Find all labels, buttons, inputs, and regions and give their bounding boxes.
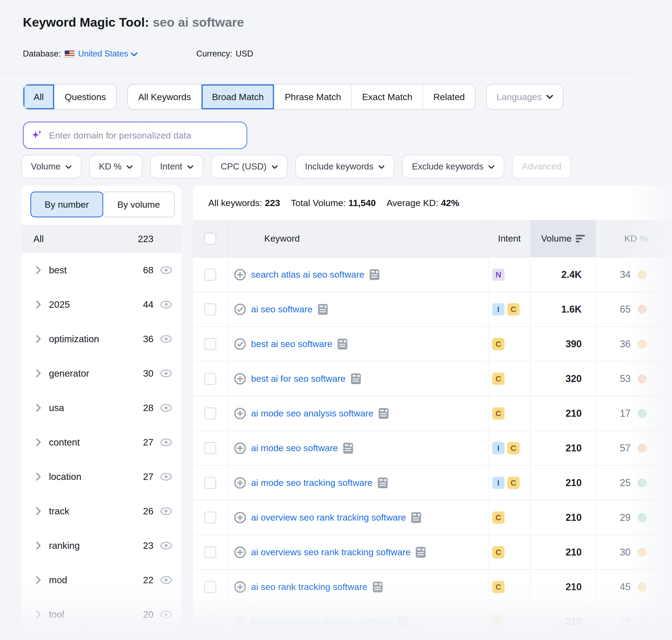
filter-intent[interactable]: Intent <box>150 155 203 178</box>
keyword-added-indicator[interactable] <box>234 338 246 350</box>
eye-icon[interactable] <box>160 438 172 447</box>
keyword-link[interactable]: best ai seo software <box>251 339 332 349</box>
page-title: Keyword Magic Tool:seo ai software <box>23 15 244 30</box>
serp-preview-icon[interactable] <box>415 546 426 558</box>
keyword-link[interactable]: best ai for seo software <box>251 374 346 384</box>
sidebar-item-best[interactable]: best 68 <box>21 253 181 287</box>
serp-preview-icon[interactable] <box>369 268 380 281</box>
serp-preview-icon[interactable] <box>398 615 409 628</box>
eye-icon[interactable] <box>160 265 172 275</box>
filter-volume[interactable]: Volume <box>21 155 81 178</box>
serp-preview-icon[interactable] <box>377 477 388 489</box>
row-checkbox[interactable] <box>204 338 216 350</box>
sidebar-item-content[interactable]: content 27 <box>21 425 181 460</box>
column-header-kd[interactable]: KD % <box>596 220 672 257</box>
eye-icon[interactable] <box>160 472 172 481</box>
volume-value: 210 <box>531 570 596 604</box>
sidebar-items: best 68 2025 44 optimization 36 generato… <box>21 253 181 632</box>
sidebar-item-mod[interactable]: mod 22 <box>21 563 181 597</box>
serp-preview-icon[interactable] <box>378 407 389 420</box>
column-header-keyword[interactable]: Keyword <box>228 220 489 257</box>
serp-preview-icon[interactable] <box>317 303 328 316</box>
group-sort-toggle: By numberBy volume <box>30 191 175 217</box>
add-keyword-button[interactable] <box>234 442 246 454</box>
add-keyword-button[interactable] <box>234 511 246 524</box>
sidebar-item-all[interactable]: All 223 <box>21 225 181 253</box>
row-checkbox[interactable] <box>204 373 216 385</box>
row-checkbox[interactable] <box>204 477 216 489</box>
keyword-link[interactable]: ai overviews seo rank tracking software <box>251 547 410 557</box>
tab-related[interactable]: Related <box>423 85 475 109</box>
serp-preview-icon[interactable] <box>372 581 383 593</box>
filter-exclude-keywords[interactable]: Exclude keywords <box>402 155 504 178</box>
add-keyword-button[interactable] <box>234 615 246 628</box>
eye-icon[interactable] <box>160 300 172 309</box>
row-checkbox[interactable] <box>204 269 216 280</box>
tab-all[interactable]: All <box>24 85 55 109</box>
sidebar-item-ranking[interactable]: ranking 23 <box>21 528 181 563</box>
add-keyword-button[interactable] <box>234 407 246 420</box>
sidebar-item-location[interactable]: location 27 <box>21 460 181 494</box>
add-keyword-button[interactable] <box>234 546 246 558</box>
filter-include-keywords[interactable]: Include keywords <box>295 155 394 178</box>
sidebar-item-track[interactable]: track 26 <box>21 494 181 528</box>
filter-cpc-usd-[interactable]: CPC (USD) <box>211 155 288 178</box>
filter-kd-[interactable]: KD % <box>89 155 143 178</box>
sidebar-item-generator[interactable]: generator 30 <box>21 356 181 391</box>
row-checkbox[interactable] <box>204 408 216 419</box>
row-checkbox[interactable] <box>204 581 216 593</box>
column-header-intent[interactable]: Intent <box>489 220 531 257</box>
keyword-added-indicator[interactable] <box>234 303 246 316</box>
tab-all-keywords[interactable]: All Keywords <box>128 85 202 109</box>
serp-preview-icon[interactable] <box>350 373 361 385</box>
eye-icon[interactable] <box>160 610 172 619</box>
keyword-link[interactable]: best ai mode seo analysis software <box>251 616 393 627</box>
eye-icon[interactable] <box>160 369 172 378</box>
languages-dropdown[interactable]: Languages <box>486 84 563 110</box>
add-keyword-button[interactable] <box>234 581 246 593</box>
select-all-checkbox[interactable] <box>204 233 216 245</box>
kd-dot <box>638 270 647 279</box>
tab-broad-match[interactable]: Broad Match <box>201 85 274 109</box>
sidebar-item-optimization[interactable]: optimization 36 <box>21 322 181 356</box>
row-checkbox[interactable] <box>204 304 216 315</box>
tab-phrase-match[interactable]: Phrase Match <box>274 85 352 109</box>
keyword-link[interactable]: ai seo software <box>251 304 313 315</box>
add-keyword-button[interactable] <box>234 268 246 281</box>
eye-icon[interactable] <box>160 403 172 412</box>
database-selector[interactable]: United States <box>78 49 138 59</box>
sidebar-item-2025[interactable]: 2025 44 <box>21 287 181 322</box>
filter-advanced[interactable]: Advanced <box>512 155 571 178</box>
table-stats: All keywords:223 Total Volume:11,540 Ave… <box>193 186 672 220</box>
add-keyword-button[interactable] <box>234 477 246 489</box>
sidebar-item-usa[interactable]: usa 28 <box>21 391 181 425</box>
tab-questions[interactable]: Questions <box>55 85 116 109</box>
sidebar-item-tool[interactable]: tool 20 <box>21 597 181 632</box>
row-checkbox[interactable] <box>204 547 216 558</box>
group-label: mod <box>49 574 67 585</box>
sort-toggle-by-number[interactable]: By number <box>30 191 103 217</box>
eye-icon[interactable] <box>160 541 172 550</box>
row-checkbox[interactable] <box>204 442 216 454</box>
serp-preview-icon[interactable] <box>343 442 354 454</box>
keyword-link[interactable]: search atlas ai seo software <box>251 269 364 280</box>
column-header-volume[interactable]: Volume <box>531 220 596 257</box>
table-row: ai overviews seo rank tracking software … <box>193 535 672 569</box>
sort-toggle-by-volume[interactable]: By volume <box>103 191 175 217</box>
keyword-link[interactable]: ai mode seo software <box>251 443 338 453</box>
serp-preview-icon[interactable] <box>337 338 348 350</box>
keyword-link[interactable]: ai seo rank tracking software <box>251 582 368 592</box>
keyword-link[interactable]: ai overview seo rank tracking software <box>251 512 406 523</box>
eye-icon[interactable] <box>160 334 172 344</box>
row-checkbox[interactable] <box>204 512 216 524</box>
add-keyword-button[interactable] <box>234 373 246 385</box>
keyword-link[interactable]: ai mode seo analysis software <box>251 408 373 419</box>
eye-icon[interactable] <box>160 576 172 585</box>
tab-exact-match[interactable]: Exact Match <box>352 85 423 109</box>
row-checkbox[interactable] <box>204 616 216 628</box>
chevron-right-icon <box>35 610 41 619</box>
keyword-link[interactable]: ai mode seo tracking software <box>251 478 373 488</box>
domain-input[interactable]: Enter domain for personalized data <box>23 121 247 149</box>
eye-icon[interactable] <box>160 507 172 516</box>
serp-preview-icon[interactable] <box>411 511 421 524</box>
